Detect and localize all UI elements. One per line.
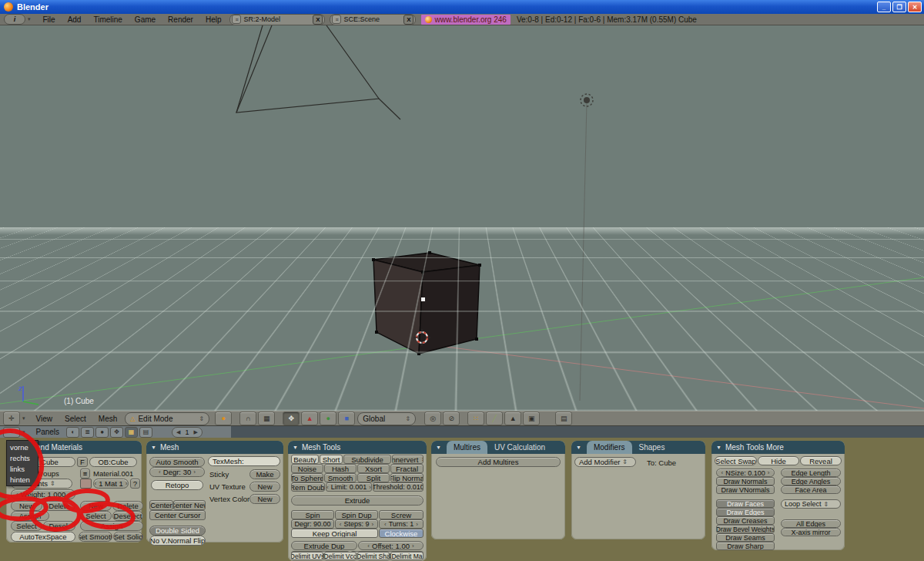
popup-item-rechts[interactable]: rechts xyxy=(7,452,38,463)
double-sided-toggle[interactable]: Double Sided xyxy=(149,526,206,536)
split-button[interactable]: Split xyxy=(357,473,390,482)
close-button[interactable]: ✕ xyxy=(908,2,922,12)
tab-uv-calculation[interactable]: UV Calculation xyxy=(487,441,552,454)
delimit-ma-toggle[interactable]: Delimit Ma xyxy=(390,552,424,560)
texmesh-field[interactable]: TexMesh: xyxy=(208,456,280,466)
add-multires-button[interactable]: Add Multires xyxy=(436,457,561,467)
extrude-dup-button[interactable]: Extrude Dup xyxy=(291,541,357,550)
spin-button[interactable]: Spin xyxy=(291,510,334,519)
snap-grid-icon[interactable]: ▦ xyxy=(258,412,275,425)
delimit-vco-toggle[interactable]: Delimit Vco xyxy=(324,552,357,560)
add-modifier-dropdown[interactable]: Add Modifier xyxy=(574,457,636,467)
panel-page-stepper[interactable]: ◀1▶ xyxy=(172,427,203,438)
menu-timeline[interactable]: Timeline xyxy=(87,15,128,24)
spin-degr-stepper[interactable]: Degr: 90.00 xyxy=(291,519,334,529)
face-area-toggle[interactable]: Face Area xyxy=(781,485,841,494)
all-edges-toggle[interactable]: All Edges xyxy=(781,519,841,528)
beauty-toggle[interactable]: Beauty xyxy=(291,455,319,464)
smooth-button[interactable]: Smooth xyxy=(324,473,357,482)
tab-modifiers[interactable]: Modifiers xyxy=(587,441,632,454)
panel-header-mesh-tools-more[interactable]: ▼Mesh Tools More xyxy=(711,441,845,454)
menu-mesh[interactable]: Mesh xyxy=(92,415,123,423)
snap-magnet-icon[interactable]: ∩ xyxy=(239,412,256,425)
draw-normals-toggle[interactable]: Draw Normals xyxy=(716,477,775,485)
flip-normal-button[interactable]: Flip Normal xyxy=(390,473,424,482)
context-logic-icon[interactable]: ◐ xyxy=(66,427,79,438)
context-script-icon[interactable]: ≣ xyxy=(81,427,94,438)
tab-shapes[interactable]: Shapes xyxy=(632,441,672,454)
context-shading-icon[interactable]: ● xyxy=(95,427,109,438)
minimize-button[interactable]: _ xyxy=(877,2,891,12)
steps-stepper[interactable]: Steps: 9 xyxy=(335,519,378,529)
header-collapse-icon[interactable]: ▾ xyxy=(22,429,25,435)
manipulator-translate-icon[interactable]: ▲ xyxy=(301,412,318,425)
restore-button[interactable]: ❐ xyxy=(892,2,906,12)
context-scene-icon[interactable]: ▤ xyxy=(139,427,152,438)
vgroup-assign-button[interactable]: Assign xyxy=(11,511,49,521)
nsize-stepper[interactable]: NSize: 0.100 xyxy=(716,469,775,477)
spin-dup-button[interactable]: Spin Dup xyxy=(335,510,378,519)
threshold-stepper[interactable]: Threshold: 0.010 xyxy=(373,482,424,492)
no-vnormal-flip-toggle[interactable]: No V.Normal Flip xyxy=(149,536,206,546)
menu-render[interactable]: Render xyxy=(162,15,199,24)
select-swap-button[interactable]: Select Swap xyxy=(715,456,757,465)
draw-faces-toggle[interactable]: Draw Faces xyxy=(716,499,775,508)
scene-selector[interactable]: ≡ SCE:Scene X xyxy=(330,14,416,25)
degr-stepper[interactable]: Degr: 30 xyxy=(149,467,205,477)
subdivide-button[interactable]: Subdivide xyxy=(343,455,391,464)
material-color-swatch[interactable] xyxy=(80,479,92,489)
object-datablock-field[interactable]: OB:Cube xyxy=(89,457,137,467)
scene-delete-button[interactable]: X xyxy=(403,15,413,25)
auto-smooth-button[interactable]: Auto Smooth xyxy=(149,457,205,467)
fractal-button[interactable]: Fractal xyxy=(390,464,424,473)
draw-vnormals-toggle[interactable]: Draw VNormals xyxy=(716,485,775,494)
loop-select-dropdown[interactable]: Loop Select xyxy=(781,499,841,509)
window-type-3d-icon[interactable]: ✛ xyxy=(3,412,20,425)
viewport-3d[interactable]: z (1) Cube xyxy=(0,25,924,411)
proportional-falloff-icon[interactable]: ⊘ xyxy=(443,412,460,425)
set-solid-button[interactable]: Set Solid xyxy=(113,532,143,542)
screen-selector[interactable]: ≡ SR:2-Model X xyxy=(229,14,325,25)
draw-creases-toggle[interactable]: Draw Creases xyxy=(716,516,775,525)
material-assign-button[interactable]: Assign xyxy=(80,521,143,531)
xsort-button[interactable]: Xsort xyxy=(357,464,390,473)
manipulator-scale-icon[interactable]: ■ xyxy=(338,412,355,425)
rem-doubles-button[interactable]: Rem Doubl xyxy=(291,482,325,492)
header-menu-collapse-icon[interactable]: ▾ xyxy=(22,415,25,422)
weight-stepper[interactable]: Weight: 1.000 xyxy=(11,489,75,499)
short-toggle[interactable]: Short xyxy=(320,455,343,464)
to-sphere-button[interactable]: To Sphere xyxy=(291,473,323,482)
extrude-button[interactable]: Extrude xyxy=(291,495,424,506)
browse-icon[interactable]: ≡ xyxy=(332,15,341,24)
vertex-color-new-button[interactable]: New xyxy=(249,494,280,504)
material-deselect-button[interactable]: Deselect xyxy=(112,511,143,521)
edge-length-toggle[interactable]: Edge Length xyxy=(781,469,841,477)
noise-button[interactable]: Noise xyxy=(291,464,323,473)
hash-button[interactable]: Hash xyxy=(324,464,357,473)
popup-item-hinten[interactable]: hinten xyxy=(7,474,38,485)
clockwise-toggle[interactable]: Clockwise xyxy=(379,529,424,538)
center-new-button[interactable]: Center New xyxy=(173,500,206,510)
browse-icon[interactable]: ≡ xyxy=(232,15,241,24)
vgroup-select-button[interactable]: Select xyxy=(11,521,42,531)
center-button[interactable]: Center xyxy=(149,500,173,510)
screw-button[interactable]: Screw xyxy=(379,510,424,519)
limit-stepper[interactable]: Limit: 0.001 xyxy=(326,482,372,492)
innervert-dropdown[interactable]: Innervert xyxy=(392,455,424,464)
reveal-button[interactable]: Reveal xyxy=(800,456,842,465)
material-help-button[interactable]: ? xyxy=(130,479,140,489)
material-new-button[interactable]: New xyxy=(80,501,112,511)
screen-delete-button[interactable]: X xyxy=(313,15,323,25)
proportional-edit-icon[interactable]: ◎ xyxy=(424,412,441,425)
menu-help[interactable]: Help xyxy=(199,15,228,24)
fake-user-button[interactable]: F xyxy=(77,457,88,467)
material-select-button[interactable]: Select xyxy=(80,511,112,521)
delimit-uvs-toggle[interactable]: Delimit UVs xyxy=(291,552,323,560)
menu-select[interactable]: Select xyxy=(59,415,92,423)
manipulator-rotate-icon[interactable]: ● xyxy=(320,412,336,425)
mode-dropdown[interactable]: △ Edit Mode xyxy=(125,412,209,425)
sticky-make-button[interactable]: Make xyxy=(249,469,280,479)
context-editing-icon[interactable]: ▦ xyxy=(125,427,138,438)
menu-game[interactable]: Game xyxy=(129,15,162,24)
select-edge-icon[interactable]: ╱ xyxy=(486,412,503,425)
